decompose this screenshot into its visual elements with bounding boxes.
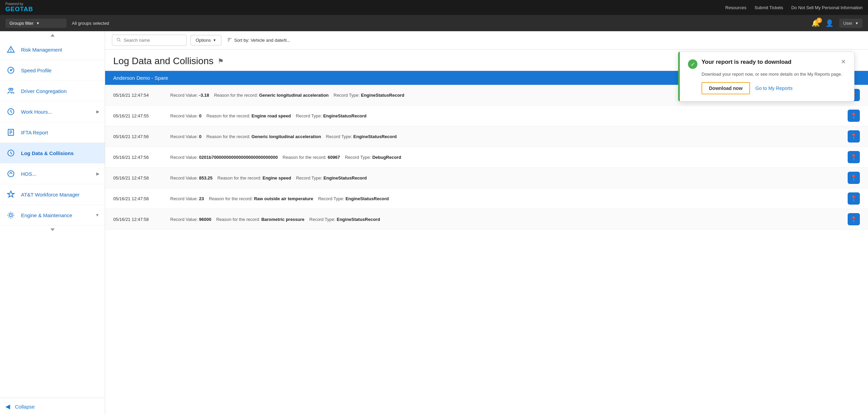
- row-details: Record Value: 853.25 Reason for the reco…: [170, 175, 845, 181]
- map-pin-button-1[interactable]: 📍: [848, 110, 860, 122]
- map-pin-button-4[interactable]: 📍: [848, 172, 860, 184]
- att-workforce-label: AT&T Workforce Manager: [21, 192, 99, 197]
- sort-button[interactable]: Sort by: Vehicle and date/ti...: [225, 35, 292, 46]
- map-pin-icon: 📍: [850, 195, 857, 202]
- reason: Barometric pressure: [261, 217, 304, 222]
- svg-point-12: [8, 171, 14, 177]
- map-pin-icon: 📍: [850, 154, 857, 161]
- record-value: 0: [199, 113, 201, 118]
- reason-label: Reason for the record:: [216, 217, 260, 222]
- submit-tickets-link[interactable]: Submit Tickets: [754, 5, 783, 10]
- risk-icon: [5, 44, 16, 55]
- sidebar-item-speed-profile[interactable]: Speed Profile: [0, 60, 105, 81]
- record-value: 0: [199, 134, 201, 139]
- sidebar-scroll-down[interactable]: [0, 226, 105, 234]
- user-name-text: User: [843, 21, 852, 26]
- table-row: 05/16/21 12:47:58 Record Value: 96000 Re…: [105, 209, 868, 230]
- row-details: Record Value: 23 Reason for the record: …: [170, 196, 845, 201]
- reason: Generic longitudinal acceleration: [259, 93, 329, 98]
- map-pin-button-5[interactable]: 📍: [848, 192, 860, 205]
- collapse-sidebar-item[interactable]: ◀ Collapse: [0, 398, 105, 415]
- record-value-label: Record Value:: [170, 155, 198, 160]
- svg-line-15: [120, 41, 121, 42]
- user-name-button[interactable]: User ▼: [839, 19, 863, 28]
- sort-icon: [227, 37, 232, 43]
- hos-arrow-icon: ▶: [96, 171, 99, 176]
- type-label: Record Type:: [334, 93, 360, 98]
- reason-label: Reason for the record:: [217, 175, 261, 181]
- notification-popup: ✓ Your report is ready to download ✕ Dow…: [678, 52, 854, 101]
- table-row: 05/16/21 12:47:55 Record Value: 0 Reason…: [105, 106, 868, 126]
- type-label: Record Type:: [296, 113, 322, 118]
- record-value: 23: [199, 196, 204, 201]
- user-icon-button[interactable]: 👤: [825, 19, 834, 27]
- reason-label: Reason for the record:: [209, 196, 253, 201]
- svg-point-14: [117, 38, 120, 41]
- engine-icon: [5, 210, 16, 221]
- type: EngineStatusRecord: [323, 113, 367, 118]
- row-details: Record Value: 0 Reason for the record: E…: [170, 113, 845, 118]
- options-button[interactable]: Options ▼: [191, 35, 221, 45]
- sidebar-item-work-hours[interactable]: Work Hours... ▶: [0, 101, 105, 122]
- type-label: Record Type:: [309, 217, 335, 222]
- user-chevron-icon: ▼: [855, 21, 859, 25]
- groups-filter-button[interactable]: Groups filter ▼: [5, 19, 66, 28]
- map-pin-button-3[interactable]: 📍: [848, 151, 860, 163]
- powered-by-text: Powered by: [5, 2, 23, 6]
- map-pin-button-6[interactable]: 📍: [848, 213, 860, 225]
- groups-filter-label: Groups filter: [9, 21, 34, 26]
- type: DebugRecord: [372, 155, 401, 160]
- map-pin-icon: 📍: [850, 133, 857, 140]
- row-timestamp: 05/16/21 12:47:56: [113, 155, 167, 160]
- row-timestamp: 05/16/21 12:47:58: [113, 196, 167, 201]
- row-details: Record Value: 0 Reason for the record: G…: [170, 134, 845, 139]
- map-pin-button-2[interactable]: 📍: [848, 130, 860, 143]
- resources-link[interactable]: Resources: [725, 5, 746, 10]
- download-now-button[interactable]: Download now: [702, 82, 750, 94]
- report-title: Log Data and Collisions: [113, 56, 214, 67]
- sidebar-item-engine-maintenance[interactable]: Engine & Maintenance ▼: [0, 205, 105, 226]
- notification-button[interactable]: 🔔 1: [811, 19, 820, 27]
- reason-label: Reason for the record:: [206, 134, 250, 139]
- main-layout: Risk Management Speed Profile Driver Con…: [0, 31, 868, 415]
- hos-icon: [5, 168, 16, 179]
- groups-selected-text: All groups selected: [72, 21, 806, 26]
- svg-point-13: [9, 214, 12, 216]
- ifta-report-label: IFTA Report: [21, 130, 99, 135]
- groups-bar: Groups filter ▼ All groups selected 🔔 1 …: [0, 15, 868, 31]
- sidebar-item-risk-management[interactable]: Risk Management: [0, 39, 105, 60]
- notification-close-button[interactable]: ✕: [841, 59, 846, 65]
- do-not-sell-link[interactable]: Do Not Sell My Personal Information: [791, 5, 863, 10]
- sidebar-item-att-workforce[interactable]: AT&T Workforce Manager: [0, 184, 105, 205]
- ifta-icon: [5, 127, 16, 138]
- go-to-my-reports-link[interactable]: Go to My Reports: [755, 86, 793, 91]
- table-row: 05/16/21 12:47:58 Record Value: 23 Reaso…: [105, 188, 868, 209]
- groups-bar-actions: 🔔 1 👤 User ▼: [811, 19, 863, 28]
- options-chevron-icon: ▼: [213, 38, 216, 42]
- table-row: 05/16/21 12:47:58 Record Value: 853.25 R…: [105, 168, 868, 188]
- sidebar-item-log-data[interactable]: Log Data & Collisions: [0, 143, 105, 164]
- search-input[interactable]: [124, 38, 178, 43]
- type: EngineStatusRecord: [353, 134, 397, 139]
- work-hours-label: Work Hours...: [21, 109, 92, 115]
- sidebar-item-hos[interactable]: HOS... ▶: [0, 164, 105, 184]
- search-input-container: [112, 35, 186, 46]
- speed-icon: [5, 65, 16, 76]
- bookmark-icon[interactable]: ⚑: [218, 57, 224, 65]
- sidebar-item-driver-congregation[interactable]: Driver Congregation: [0, 81, 105, 101]
- reason: Raw outside air temperature: [254, 196, 313, 201]
- sort-label: Sort by: Vehicle and date/ti...: [234, 38, 291, 43]
- table-content: Anderson Demo - Spare 05/16/21 12:47:54 …: [105, 71, 868, 415]
- row-details: Record Value: 0201b700000000000000000000…: [170, 155, 845, 160]
- sidebar-scroll-up[interactable]: [0, 31, 105, 39]
- top-bar-nav: Resources Submit Tickets Do Not Sell My …: [725, 5, 863, 10]
- table-row: 05/16/21 12:47:56 Record Value: 0 Reason…: [105, 126, 868, 147]
- row-details: Record Value: 96000 Reason for the recor…: [170, 217, 845, 222]
- sidebar-item-ifta-report[interactable]: IFTA Report: [0, 122, 105, 143]
- risk-management-label: Risk Management: [21, 47, 99, 53]
- record-value-label: Record Value:: [170, 196, 198, 201]
- svg-point-3: [11, 70, 12, 71]
- reason-label: Reason for the record:: [206, 113, 250, 118]
- svg-point-5: [11, 88, 13, 90]
- row-timestamp: 05/16/21 12:47:58: [113, 175, 167, 181]
